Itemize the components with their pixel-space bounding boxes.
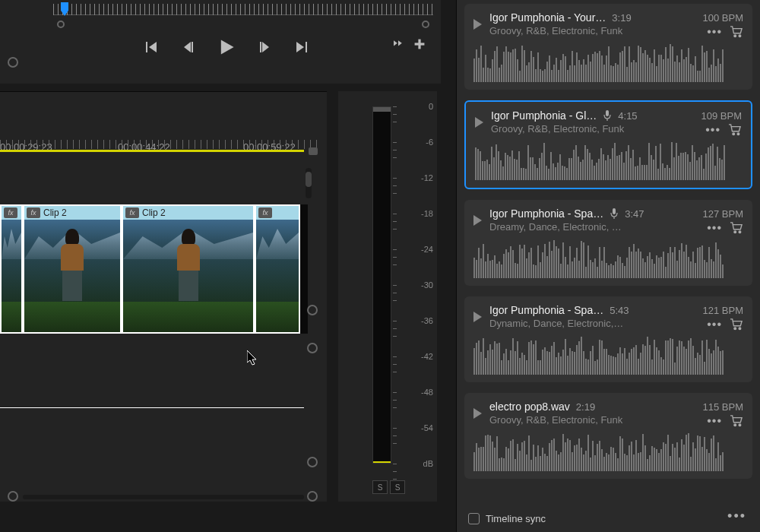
track-bpm: 127 BPM [703, 208, 743, 220]
track-tags: Groovy, R&B, Electronic, Funk [491, 123, 742, 135]
svg-rect-8 [306, 42, 307, 52]
video-clip[interactable]: fx Clip 2 [122, 204, 255, 334]
track-toggle[interactable] [8, 57, 18, 68]
fast-forward-icon[interactable] [392, 40, 404, 49]
track-waveform[interactable] [473, 240, 743, 278]
horizontal-zoom-handle[interactable] [8, 491, 18, 502]
svg-point-25 [739, 328, 741, 330]
video-track[interactable]: fx fx Clip 2 fx Clip 2 fx [0, 204, 308, 334]
svg-marker-1 [149, 42, 157, 52]
track-more-button[interactable]: ••• [705, 123, 720, 137]
go-to-out-icon[interactable] [293, 40, 309, 55]
cart-icon[interactable] [730, 318, 743, 331]
svg-rect-20 [613, 208, 616, 214]
music-track-card[interactable]: electro pop8.wav 2:19 115 BPM Groovy, R&… [464, 393, 752, 479]
work-area-handle[interactable] [309, 147, 318, 155]
track-more-button[interactable]: ••• [707, 221, 722, 235]
fx-badge-icon[interactable]: fx [4, 207, 17, 218]
track-title: Igor Pumphonia - Your… [489, 11, 606, 24]
track-waveform[interactable] [473, 337, 743, 375]
out-point-handle[interactable] [422, 21, 429, 28]
fx-badge-icon[interactable]: fx [27, 207, 40, 218]
track-bpm: 109 BPM [701, 110, 742, 122]
db-label: -48 [403, 388, 433, 397]
db-label: dB [403, 459, 433, 468]
zoom-handle[interactable] [307, 343, 318, 353]
track-tags: Groovy, R&B, Electronic, Funk [489, 25, 743, 36]
fx-badge-icon[interactable]: fx [258, 207, 272, 218]
track-waveform[interactable] [473, 44, 743, 82]
track-title: Igor Pumphonia - Spa… [489, 304, 603, 316]
cart-icon[interactable] [730, 415, 743, 427]
add-marker-icon[interactable] [413, 38, 426, 50]
svg-rect-5 [260, 42, 261, 52]
svg-rect-0 [146, 42, 147, 52]
clip-thumbnail [2, 302, 21, 332]
go-to-in-icon[interactable] [144, 40, 160, 55]
cart-icon[interactable] [730, 222, 743, 234]
vertical-scrollbar[interactable] [306, 168, 312, 198]
step-forward-icon[interactable] [257, 40, 272, 55]
track-tags: Dynamic, Dance, Electronic,… [489, 318, 743, 329]
db-label: -6 [403, 138, 433, 147]
track-duration: 3:19 [612, 12, 631, 24]
time-ruler[interactable]: 00:00:29:23 00:00:44:22 00:00:59:22 [0, 122, 319, 149]
panel-menu-button[interactable]: ••• [727, 508, 746, 524]
audio-meter-panel: 0-6-12-18-24-30-36-42-48-54dB S S [338, 91, 437, 502]
music-track-card[interactable]: Igor Pumphonia - Gl… 4:15 109 BPM Groovy… [464, 100, 752, 189]
svg-marker-7 [296, 42, 304, 52]
track-title: electro pop8.wav [489, 401, 570, 413]
play-track-button[interactable] [473, 312, 482, 322]
audio-level-meter [372, 106, 391, 464]
play-track-button[interactable] [473, 408, 482, 419]
fx-badge-icon[interactable]: fx [125, 207, 139, 218]
db-label: -24 [403, 245, 433, 254]
microphone-icon [610, 208, 619, 219]
music-track-card[interactable]: Igor Pumphonia - Your… 3:19 100 BPM Groo… [464, 4, 752, 90]
horizontal-scrollbar[interactable] [23, 495, 304, 499]
zoom-handle[interactable] [307, 457, 318, 467]
svg-marker-6 [262, 42, 269, 52]
clip-header: fx Clip 2 [123, 206, 253, 220]
track-more-button[interactable]: ••• [707, 414, 722, 428]
clip-thumbnail [61, 229, 84, 297]
track-waveform[interactable] [475, 142, 742, 180]
music-track-card[interactable]: Igor Pumphonia - Spa… 3:47 127 BPM Dream… [464, 200, 752, 286]
video-clip[interactable]: fx [0, 204, 23, 334]
svg-point-15 [739, 35, 741, 37]
zoom-handle[interactable] [307, 305, 318, 315]
db-label: 0 [403, 102, 433, 111]
svg-rect-12 [415, 43, 425, 45]
play-icon[interactable] [217, 38, 236, 56]
zoom-handle[interactable] [307, 491, 318, 502]
svg-marker-9 [394, 40, 397, 46]
track-waveform[interactable] [473, 433, 743, 471]
scrub-bar[interactable] [53, 4, 433, 27]
timeline-sync-label: Timeline sync [486, 513, 546, 524]
track-more-button[interactable]: ••• [707, 25, 722, 39]
video-clip[interactable]: fx [255, 204, 300, 334]
work-area-bar[interactable] [0, 150, 304, 152]
play-track-button[interactable] [473, 19, 482, 30]
db-label: -30 [403, 280, 433, 290]
play-track-button[interactable] [475, 117, 483, 128]
track-bpm: 115 BPM [703, 401, 743, 413]
timeline-sync-checkbox[interactable] [468, 513, 480, 524]
step-back-icon[interactable] [181, 40, 196, 55]
cart-icon[interactable] [728, 124, 742, 136]
music-track-card[interactable]: Igor Pumphonia - Spa… 5:43 121 BPM Dynam… [464, 296, 752, 382]
solo-buttons: S S [372, 480, 405, 494]
transport-extra [392, 38, 426, 50]
scrub-ticks [53, 4, 433, 15]
clip-thumbnail [2, 221, 21, 259]
in-point-handle[interactable] [57, 21, 65, 28]
track-more-button[interactable]: ••• [707, 318, 722, 331]
solo-right-button[interactable]: S [390, 480, 405, 494]
scrollbar-thumb[interactable] [306, 172, 312, 187]
solo-left-button[interactable]: S [372, 480, 388, 494]
video-clip[interactable]: fx Clip 2 [23, 204, 122, 334]
peak-indicator [373, 107, 391, 112]
cart-icon[interactable] [730, 26, 743, 38]
svg-point-26 [734, 424, 736, 426]
play-track-button[interactable] [473, 215, 482, 226]
